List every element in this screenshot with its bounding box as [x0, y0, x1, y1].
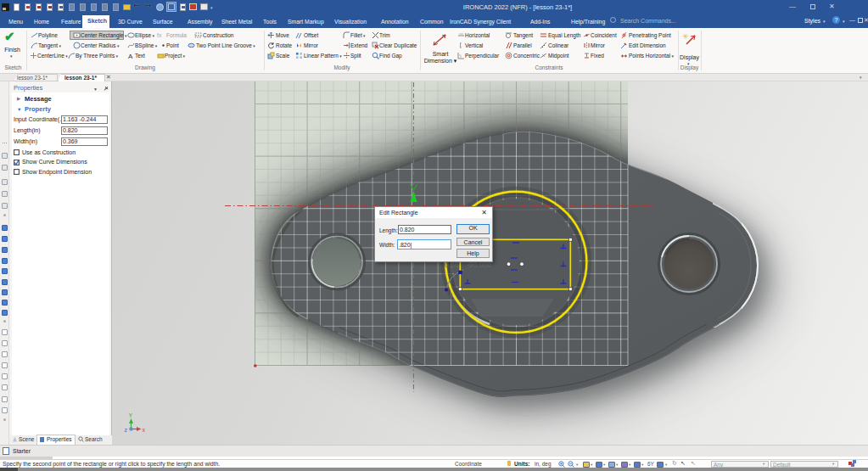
- svg-text:Y: Y: [129, 412, 133, 418]
- svg-text:✳: ✳: [682, 32, 689, 41]
- svg-text:fx: fx: [157, 32, 162, 38]
- svg-text:x: x: [143, 427, 146, 433]
- svg-text:A: A: [128, 53, 133, 59]
- svg-text:z: z: [125, 427, 128, 433]
